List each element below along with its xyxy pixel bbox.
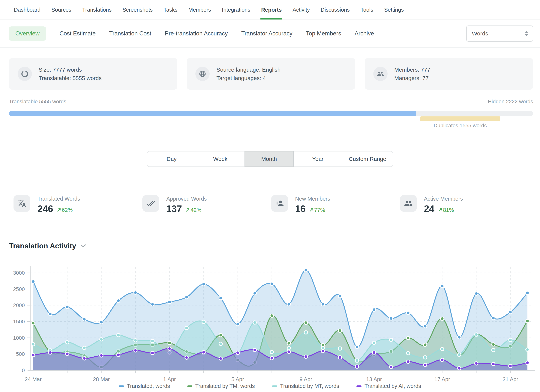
legend-item[interactable]: Translated by TM, words	[187, 383, 255, 389]
svg-text:2000: 2000	[13, 302, 25, 308]
card-line-1: Source language: English	[216, 65, 280, 74]
report-tabs-bar: OverviewCost EstimateTranslation CostPre…	[0, 20, 540, 48]
nav-item-label: Translations	[82, 7, 112, 13]
metric-icon-box	[14, 195, 30, 212]
time-range-tabs: DayWeekMonthYearCustom Range	[147, 151, 393, 167]
legend-swatch-icon	[356, 385, 361, 387]
translatable-label: Translatable 5555 words	[9, 99, 66, 105]
legend-item[interactable]: Translated by AI, words	[356, 383, 421, 389]
svg-text:17 Apr: 17 Apr	[435, 376, 450, 382]
metric-delta: 62%	[57, 207, 73, 213]
nav-item-sources[interactable]: Sources	[51, 0, 72, 20]
time-range-month[interactable]: Month	[245, 151, 294, 167]
legend-label: Translated, words	[127, 383, 170, 389]
metric-card: Approved Words 137 42%	[142, 195, 271, 214]
trend-up-icon	[57, 208, 61, 212]
report-tab-archive[interactable]: Archive	[355, 30, 374, 37]
svg-text:13 Apr: 13 Apr	[366, 376, 382, 382]
legend-swatch-icon	[272, 385, 277, 387]
translate-icon	[18, 199, 26, 208]
hidden-label: Hidden 2222 words	[488, 99, 533, 105]
metric-cards: Translated Words 246 62% Approved Words …	[14, 195, 529, 214]
time-range-year[interactable]: Year	[293, 151, 342, 167]
members-icon	[404, 199, 413, 208]
metric-label: Approved Words	[166, 196, 207, 202]
time-range-custom-range[interactable]: Custom Range	[342, 151, 393, 167]
card-icon-circle	[373, 67, 388, 81]
legend-item[interactable]: Translated, words	[119, 383, 170, 389]
nav-item-tasks[interactable]: Tasks	[163, 0, 178, 20]
activity-chart: 05001000150020002500300024 Mar28 Mar1 Ap…	[0, 261, 540, 392]
nav-item-dashboard[interactable]: Dashboard	[13, 0, 41, 20]
metric-label: New Members	[295, 196, 330, 202]
card-line-2: Target languages: 4	[216, 74, 280, 82]
nav-item-label: Integrations	[222, 7, 250, 13]
metric-delta: 42%	[186, 207, 201, 213]
card-text: Size: 7777 words Translatable: 5555 word…	[39, 65, 102, 82]
nav-item-label: Reports	[261, 7, 282, 13]
report-tab-translator-accuracy[interactable]: Translator Accuracy	[241, 30, 292, 37]
metric-label: Active Members	[424, 196, 463, 202]
report-tab-pre-translation-accuracy[interactable]: Pre-translation Accuracy	[165, 30, 228, 37]
svg-text:1000: 1000	[13, 335, 25, 341]
legend-swatch-icon	[187, 385, 192, 387]
words-progress: Translatable 5555 words Hidden 2222 word…	[9, 99, 533, 130]
nav-item-tools[interactable]: Tools	[360, 0, 374, 20]
nav-item-discussions[interactable]: Discussions	[320, 0, 350, 20]
time-range-week[interactable]: Week	[196, 151, 245, 167]
card-line-2: Translatable: 5555 words	[39, 74, 102, 82]
nav-item-integrations[interactable]: Integrations	[221, 0, 251, 20]
report-tab-top-members[interactable]: Top Members	[306, 30, 341, 37]
report-tabs: OverviewCost EstimateTranslation CostPre…	[9, 26, 374, 41]
legend-label: Translated by TM, words	[195, 383, 255, 389]
metric-value: 16	[295, 203, 306, 214]
metric-icon-box	[271, 195, 288, 212]
nav-item-activity[interactable]: Activity	[292, 0, 310, 20]
metric-card: Active Members 24 81%	[400, 195, 529, 214]
svg-text:1500: 1500	[13, 319, 25, 324]
unit-select[interactable]: Words	[466, 25, 533, 42]
metric-value: 137	[166, 203, 182, 214]
trend-up-icon	[186, 208, 190, 212]
metric-card: Translated Words 246 62%	[14, 195, 142, 214]
nav-item-label: Members	[188, 7, 211, 13]
legend-swatch-icon	[119, 385, 124, 387]
chart-legend: Translated, words Translated by TM, word…	[0, 383, 540, 389]
svg-text:0: 0	[22, 367, 25, 373]
metric-label: Translated Words	[38, 196, 80, 202]
report-tab-overview[interactable]: Overview	[9, 26, 46, 41]
svg-text:5 Apr: 5 Apr	[231, 376, 244, 382]
report-tab-translation-cost[interactable]: Translation Cost	[109, 30, 151, 37]
nav-item-label: Sources	[51, 7, 71, 13]
summary-cards: Size: 7777 words Translatable: 5555 word…	[9, 58, 533, 90]
nav-item-members[interactable]: Members	[188, 0, 212, 20]
nav-item-reports[interactable]: Reports	[260, 0, 283, 20]
nav-item-label: Settings	[384, 7, 404, 13]
nav-item-screenshots[interactable]: Screenshots	[122, 0, 153, 20]
nav-item-settings[interactable]: Settings	[383, 0, 405, 20]
main-nav: DashboardSourcesTranslationsScreenshotsT…	[0, 0, 540, 20]
trend-up-icon	[438, 208, 442, 212]
metric-icon-box	[400, 195, 417, 212]
card-line-2: Managers: 77	[394, 74, 430, 82]
legend-item[interactable]: Translated by MT, words	[272, 383, 339, 389]
nav-item-translations[interactable]: Translations	[81, 0, 112, 20]
chart-section-header: Translation Activity	[9, 242, 86, 250]
svg-text:1 Apr: 1 Apr	[163, 376, 176, 382]
unit-select-value: Words	[472, 30, 488, 37]
duplicates-label: Duplicates 1555 words	[384, 123, 537, 129]
select-arrows-icon	[525, 31, 528, 36]
metric-card: New Members 16 77%	[271, 195, 400, 214]
legend-label: Translated by AI, words	[365, 383, 421, 389]
nav-item-label: Tasks	[164, 7, 177, 13]
metric-delta: 81%	[438, 207, 454, 213]
time-range-day[interactable]: Day	[147, 151, 196, 167]
card-line-1: Members: 777	[394, 65, 430, 74]
add-member-icon	[275, 199, 284, 208]
summary-card: Source language: English Target language…	[187, 58, 355, 90]
chevron-down-icon[interactable]	[81, 244, 86, 248]
svg-text:3000: 3000	[13, 270, 25, 276]
double-check-icon	[146, 199, 155, 208]
metric-value: 24	[424, 203, 435, 214]
report-tab-cost-estimate[interactable]: Cost Estimate	[60, 30, 96, 37]
